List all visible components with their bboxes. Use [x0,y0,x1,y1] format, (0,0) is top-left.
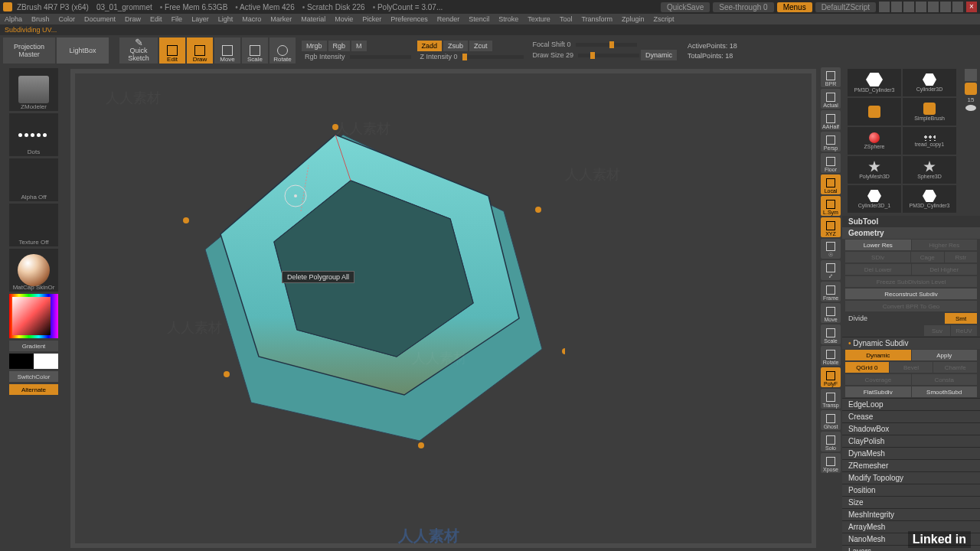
z-intensity-slider[interactable] [462,55,524,59]
menu-color[interactable]: Color [59,15,76,23]
alternate-button[interactable]: Alternate [9,384,58,395]
view-frame-button[interactable]: Frame [821,282,841,302]
menu-edit[interactable]: Edit [150,15,162,23]
texture-swatch[interactable]: Texture Off [9,204,58,246]
tool-cylinder3d-1[interactable]: Cylinder3D_1 [848,185,901,213]
tool-simplebrush[interactable]: SimpleBrush [903,98,956,126]
color-picker[interactable] [9,294,58,338]
tool-tread-copy1[interactable]: tread_copy1 [903,127,956,155]
section-size[interactable]: Size [842,496,980,508]
dynamic-subdiv-header[interactable]: Dynamic Subdiv [842,337,980,349]
view-persp-button[interactable]: Persp [821,132,841,152]
section-modify-topology[interactable]: Modify Topology [842,471,980,484]
menu-stencil[interactable]: Stencil [469,15,489,23]
menu-file[interactable]: File [172,15,183,23]
reconstruct-subdiv-button[interactable]: Reconstruct Subdiv [845,289,977,299]
rotate-button[interactable]: Rotate [270,37,296,64]
rgb-intensity-slider[interactable] [350,55,411,59]
tool-pm3d-cylinder3[interactable]: PM3D_Cylinder3 [848,69,901,96]
minimize-icon[interactable] [940,2,951,12]
quicksave-button[interactable]: QuickSave [661,2,710,12]
simple-brush-icon[interactable] [965,83,977,95]
tool-zsphere[interactable]: ZSphere [848,127,901,155]
sdiv-slider[interactable]: SDiv [845,252,910,262]
bevel-slider[interactable]: Bevel [890,362,933,373]
smt-toggle[interactable]: Smt [945,313,977,324]
section-meshintegrity[interactable]: MeshIntegrity [842,508,980,520]
higher-res-button[interactable]: Higher Res [912,240,978,250]
chamfer-slider[interactable]: Chamfe [933,362,977,373]
menu-tool[interactable]: Tool [560,15,573,23]
geometry-header[interactable]: Geometry [842,227,980,239]
lightbox-button[interactable]: LightBox [57,37,109,64]
section-claypolish[interactable]: ClayPolish [842,435,980,447]
tool-cylinder3d[interactable]: Cylinder3D [903,69,956,96]
tool-sphere3d[interactable]: Sphere3D [903,156,956,184]
convert-bpr-button[interactable]: Convert BPR To Geo [845,301,977,311]
brush-swatch[interactable]: ZModeler [9,68,58,111]
tool-item[interactable] [848,98,901,126]
layout-icon-a[interactable] [879,2,890,12]
layout-icon-c[interactable] [903,2,914,12]
del-lower-button[interactable]: Del Lower [845,264,911,275]
tool-polymesh3d[interactable]: PolyMesh3D [848,156,901,184]
view--button[interactable]: ⤢ [821,260,841,280]
view-xpose-button[interactable]: Xpose [821,453,841,473]
zsub-toggle[interactable]: Zsub [443,41,468,51]
layout-icon-d[interactable] [916,2,926,12]
menu-render[interactable]: Render [437,15,460,23]
tool-pm3d-cylinder3[interactable]: PM3D_Cylinder3 [903,185,956,213]
menu-picker[interactable]: Picker [362,15,381,23]
stroke-swatch[interactable]: Dots [9,113,58,156]
menu-preferences[interactable]: Preferences [390,15,428,23]
menu-texture[interactable]: Texture [528,15,550,23]
view-ghost-button[interactable]: Ghost [821,410,841,430]
constant-slider[interactable]: Consta [912,374,978,385]
section-shadowbox[interactable]: ShadowBox [842,422,980,435]
view-transp-button[interactable]: Transp [821,389,841,409]
menu-zscript[interactable]: Zscript [654,15,675,23]
draw-size-slider[interactable] [578,54,639,57]
lower-res-button[interactable]: Lower Res [845,240,911,250]
menu-stroke[interactable]: Stroke [498,15,518,23]
section-dynamesh[interactable]: DynaMesh [842,447,980,459]
apply-button[interactable]: Apply [912,350,978,360]
menu-zplugin[interactable]: Zplugin [622,15,645,23]
canvas-area[interactable]: Delete Polygroup All 人人素材 人人素材 人人素材 人人素材… [70,69,816,548]
menu-marker[interactable]: Marker [270,15,292,23]
section-position[interactable]: Position [842,484,980,496]
cage-button[interactable]: Cage [911,252,944,262]
zadd-toggle[interactable]: Zadd [417,41,443,51]
close-icon[interactable]: × [966,2,977,12]
dynamic-toggle[interactable]: Dynamic [641,50,677,60]
view-xyz-button[interactable]: XYZ [821,217,841,237]
divide-button[interactable]: Divide [845,313,944,324]
menu-material[interactable]: Material [301,15,325,23]
dynamic-button[interactable]: Dynamic [845,350,911,360]
projection-master-button[interactable]: Projection Master [3,37,55,64]
material-swatch[interactable]: MatCap SkinOr [9,249,58,292]
menu-movie[interactable]: Movie [335,15,353,23]
view-lsym-button[interactable]: L.Sym [821,196,841,216]
m-toggle[interactable]: M [351,41,367,51]
coverage-slider[interactable]: Coverage [845,374,911,385]
del-higher-button[interactable]: Del Higher [912,264,978,275]
rgb-toggle[interactable]: Rgb [328,41,351,51]
move-button[interactable]: Move [214,37,240,64]
defaultzscript-button[interactable]: DefaultZScript [815,2,876,12]
mrgb-toggle[interactable]: Mrgb [302,41,327,51]
draw-button[interactable]: Draw [187,37,213,64]
edit-button[interactable]: Edit [159,37,185,64]
view-solo-button[interactable]: Solo [821,432,841,452]
rstr-button[interactable]: Rstr [945,252,978,262]
view-aahalf-button[interactable]: AAHalf [821,110,841,130]
view-floor-button[interactable]: Floor [821,153,841,173]
reuv-button[interactable]: ReUV [951,325,977,336]
layout-icon-b[interactable] [891,2,902,12]
menu-transform[interactable]: Transform [581,15,612,23]
focal-shift-slider[interactable] [576,43,637,47]
seethrough-slider[interactable]: See-through 0 [713,2,773,12]
section-crease[interactable]: Crease [842,410,980,422]
section-edgeloop[interactable]: EdgeLoop [842,398,980,410]
view-rotate-button[interactable]: Rotate [821,346,841,366]
